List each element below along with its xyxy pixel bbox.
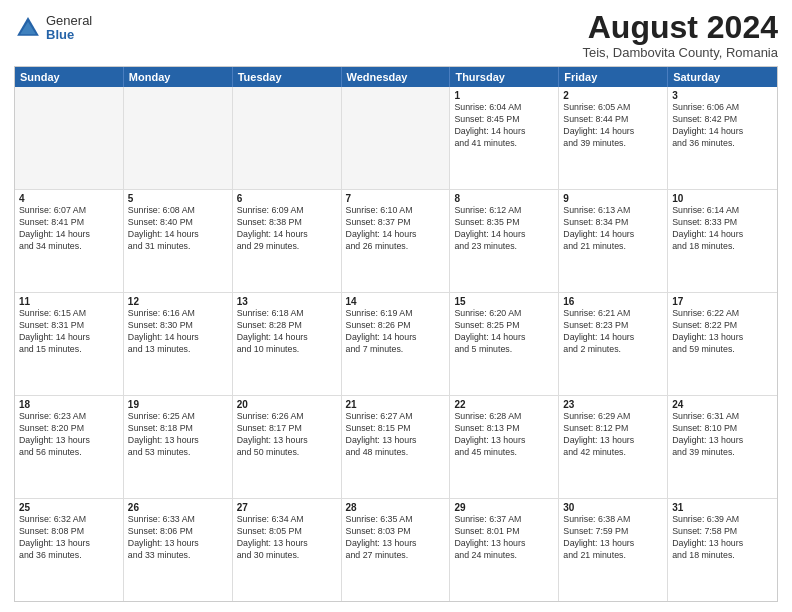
- empty-cell: [342, 87, 451, 189]
- header-day-tuesday: Tuesday: [233, 67, 342, 87]
- day-cell-28: 28Sunrise: 6:35 AM Sunset: 8:03 PM Dayli…: [342, 499, 451, 601]
- day-info: Sunrise: 6:34 AM Sunset: 8:05 PM Dayligh…: [237, 514, 337, 562]
- header-day-thursday: Thursday: [450, 67, 559, 87]
- day-cell-29: 29Sunrise: 6:37 AM Sunset: 8:01 PM Dayli…: [450, 499, 559, 601]
- day-number: 7: [346, 193, 446, 204]
- day-info: Sunrise: 6:21 AM Sunset: 8:23 PM Dayligh…: [563, 308, 663, 356]
- day-number: 26: [128, 502, 228, 513]
- day-info: Sunrise: 6:07 AM Sunset: 8:41 PM Dayligh…: [19, 205, 119, 253]
- logo: General Blue: [14, 14, 92, 43]
- day-number: 3: [672, 90, 773, 101]
- day-cell-11: 11Sunrise: 6:15 AM Sunset: 8:31 PM Dayli…: [15, 293, 124, 395]
- empty-cell: [233, 87, 342, 189]
- day-number: 25: [19, 502, 119, 513]
- day-cell-24: 24Sunrise: 6:31 AM Sunset: 8:10 PM Dayli…: [668, 396, 777, 498]
- header: General Blue August 2024 Teis, Dambovita…: [14, 10, 778, 60]
- day-info: Sunrise: 6:16 AM Sunset: 8:30 PM Dayligh…: [128, 308, 228, 356]
- calendar-row-2: 11Sunrise: 6:15 AM Sunset: 8:31 PM Dayli…: [15, 292, 777, 395]
- day-cell-16: 16Sunrise: 6:21 AM Sunset: 8:23 PM Dayli…: [559, 293, 668, 395]
- day-number: 2: [563, 90, 663, 101]
- day-info: Sunrise: 6:14 AM Sunset: 8:33 PM Dayligh…: [672, 205, 773, 253]
- day-cell-1: 1Sunrise: 6:04 AM Sunset: 8:45 PM Daylig…: [450, 87, 559, 189]
- day-cell-21: 21Sunrise: 6:27 AM Sunset: 8:15 PM Dayli…: [342, 396, 451, 498]
- day-cell-3: 3Sunrise: 6:06 AM Sunset: 8:42 PM Daylig…: [668, 87, 777, 189]
- empty-cell: [15, 87, 124, 189]
- day-info: Sunrise: 6:05 AM Sunset: 8:44 PM Dayligh…: [563, 102, 663, 150]
- day-cell-7: 7Sunrise: 6:10 AM Sunset: 8:37 PM Daylig…: [342, 190, 451, 292]
- calendar: SundayMondayTuesdayWednesdayThursdayFrid…: [14, 66, 778, 602]
- day-info: Sunrise: 6:12 AM Sunset: 8:35 PM Dayligh…: [454, 205, 554, 253]
- day-info: Sunrise: 6:10 AM Sunset: 8:37 PM Dayligh…: [346, 205, 446, 253]
- day-cell-4: 4Sunrise: 6:07 AM Sunset: 8:41 PM Daylig…: [15, 190, 124, 292]
- day-cell-15: 15Sunrise: 6:20 AM Sunset: 8:25 PM Dayli…: [450, 293, 559, 395]
- header-day-friday: Friday: [559, 67, 668, 87]
- calendar-row-3: 18Sunrise: 6:23 AM Sunset: 8:20 PM Dayli…: [15, 395, 777, 498]
- day-cell-2: 2Sunrise: 6:05 AM Sunset: 8:44 PM Daylig…: [559, 87, 668, 189]
- day-number: 21: [346, 399, 446, 410]
- day-number: 1: [454, 90, 554, 101]
- month-title: August 2024: [582, 10, 778, 45]
- day-info: Sunrise: 6:32 AM Sunset: 8:08 PM Dayligh…: [19, 514, 119, 562]
- day-cell-26: 26Sunrise: 6:33 AM Sunset: 8:06 PM Dayli…: [124, 499, 233, 601]
- day-cell-6: 6Sunrise: 6:09 AM Sunset: 8:38 PM Daylig…: [233, 190, 342, 292]
- day-info: Sunrise: 6:20 AM Sunset: 8:25 PM Dayligh…: [454, 308, 554, 356]
- day-number: 8: [454, 193, 554, 204]
- day-info: Sunrise: 6:33 AM Sunset: 8:06 PM Dayligh…: [128, 514, 228, 562]
- day-cell-17: 17Sunrise: 6:22 AM Sunset: 8:22 PM Dayli…: [668, 293, 777, 395]
- day-cell-14: 14Sunrise: 6:19 AM Sunset: 8:26 PM Dayli…: [342, 293, 451, 395]
- header-day-saturday: Saturday: [668, 67, 777, 87]
- header-day-wednesday: Wednesday: [342, 67, 451, 87]
- day-info: Sunrise: 6:25 AM Sunset: 8:18 PM Dayligh…: [128, 411, 228, 459]
- calendar-row-4: 25Sunrise: 6:32 AM Sunset: 8:08 PM Dayli…: [15, 498, 777, 601]
- day-info: Sunrise: 6:06 AM Sunset: 8:42 PM Dayligh…: [672, 102, 773, 150]
- day-cell-12: 12Sunrise: 6:16 AM Sunset: 8:30 PM Dayli…: [124, 293, 233, 395]
- empty-cell: [124, 87, 233, 189]
- day-number: 23: [563, 399, 663, 410]
- day-info: Sunrise: 6:13 AM Sunset: 8:34 PM Dayligh…: [563, 205, 663, 253]
- logo-icon: [14, 14, 42, 42]
- day-cell-23: 23Sunrise: 6:29 AM Sunset: 8:12 PM Dayli…: [559, 396, 668, 498]
- logo-text: General Blue: [46, 14, 92, 43]
- header-day-sunday: Sunday: [15, 67, 124, 87]
- day-info: Sunrise: 6:08 AM Sunset: 8:40 PM Dayligh…: [128, 205, 228, 253]
- day-number: 9: [563, 193, 663, 204]
- day-info: Sunrise: 6:22 AM Sunset: 8:22 PM Dayligh…: [672, 308, 773, 356]
- day-number: 5: [128, 193, 228, 204]
- title-block: August 2024 Teis, Dambovita County, Roma…: [582, 10, 778, 60]
- day-number: 19: [128, 399, 228, 410]
- day-number: 24: [672, 399, 773, 410]
- day-info: Sunrise: 6:04 AM Sunset: 8:45 PM Dayligh…: [454, 102, 554, 150]
- day-cell-20: 20Sunrise: 6:26 AM Sunset: 8:17 PM Dayli…: [233, 396, 342, 498]
- day-cell-22: 22Sunrise: 6:28 AM Sunset: 8:13 PM Dayli…: [450, 396, 559, 498]
- day-number: 12: [128, 296, 228, 307]
- day-cell-30: 30Sunrise: 6:38 AM Sunset: 7:59 PM Dayli…: [559, 499, 668, 601]
- day-info: Sunrise: 6:27 AM Sunset: 8:15 PM Dayligh…: [346, 411, 446, 459]
- day-number: 11: [19, 296, 119, 307]
- day-number: 31: [672, 502, 773, 513]
- day-cell-10: 10Sunrise: 6:14 AM Sunset: 8:33 PM Dayli…: [668, 190, 777, 292]
- day-info: Sunrise: 6:09 AM Sunset: 8:38 PM Dayligh…: [237, 205, 337, 253]
- day-number: 14: [346, 296, 446, 307]
- day-number: 17: [672, 296, 773, 307]
- day-number: 13: [237, 296, 337, 307]
- logo-blue-text: Blue: [46, 28, 92, 42]
- day-info: Sunrise: 6:15 AM Sunset: 8:31 PM Dayligh…: [19, 308, 119, 356]
- day-number: 28: [346, 502, 446, 513]
- day-number: 10: [672, 193, 773, 204]
- location: Teis, Dambovita County, Romania: [582, 45, 778, 60]
- day-info: Sunrise: 6:23 AM Sunset: 8:20 PM Dayligh…: [19, 411, 119, 459]
- page: General Blue August 2024 Teis, Dambovita…: [0, 0, 792, 612]
- day-number: 29: [454, 502, 554, 513]
- day-info: Sunrise: 6:35 AM Sunset: 8:03 PM Dayligh…: [346, 514, 446, 562]
- calendar-row-1: 4Sunrise: 6:07 AM Sunset: 8:41 PM Daylig…: [15, 189, 777, 292]
- day-info: Sunrise: 6:31 AM Sunset: 8:10 PM Dayligh…: [672, 411, 773, 459]
- day-info: Sunrise: 6:18 AM Sunset: 8:28 PM Dayligh…: [237, 308, 337, 356]
- calendar-body: 1Sunrise: 6:04 AM Sunset: 8:45 PM Daylig…: [15, 87, 777, 601]
- calendar-row-0: 1Sunrise: 6:04 AM Sunset: 8:45 PM Daylig…: [15, 87, 777, 189]
- day-number: 18: [19, 399, 119, 410]
- day-cell-5: 5Sunrise: 6:08 AM Sunset: 8:40 PM Daylig…: [124, 190, 233, 292]
- calendar-header: SundayMondayTuesdayWednesdayThursdayFrid…: [15, 67, 777, 87]
- logo-general-text: General: [46, 14, 92, 28]
- header-day-monday: Monday: [124, 67, 233, 87]
- day-cell-25: 25Sunrise: 6:32 AM Sunset: 8:08 PM Dayli…: [15, 499, 124, 601]
